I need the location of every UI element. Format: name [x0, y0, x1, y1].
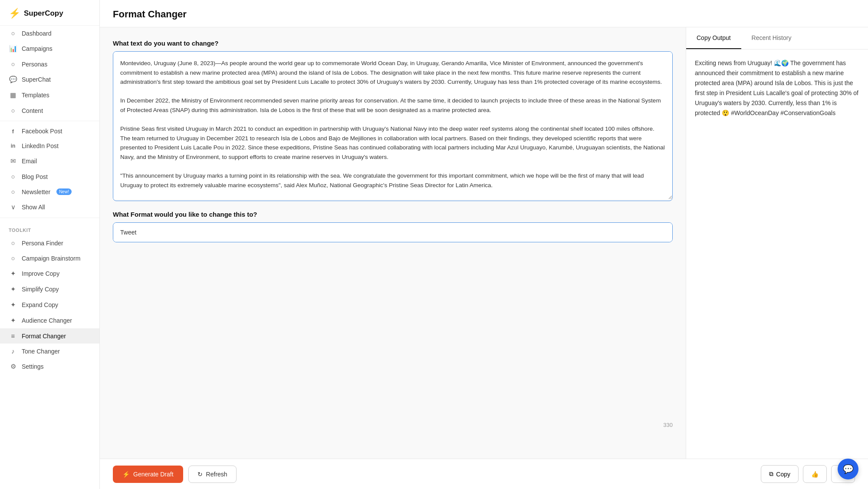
copy-button[interactable]: ⧉ Copy [761, 465, 799, 483]
sidebar-item-expand-copy[interactable]: ✦ Expand Copy [0, 297, 99, 313]
sidebar-item-dashboard[interactable]: ○ Dashboard [0, 26, 99, 41]
sidebar-item-superchat[interactable]: 💬 SuperChat [0, 72, 99, 87]
sidebar-item-tone-changer[interactable]: ♪ Tone Changer [0, 344, 99, 359]
sidebar-item-templates[interactable]: ▦ Templates [0, 87, 99, 103]
sidebar-item-label: Tone Changer [22, 348, 60, 355]
sidebar: ⚡ SuperCopy ○ Dashboard 📊 Campaigns ○ Pe… [0, 0, 100, 489]
campaigns-icon: 📊 [9, 45, 17, 53]
sidebar-item-newsletter[interactable]: ○ Newsletter New! [0, 184, 99, 199]
sidebar-item-label: Blog Post [22, 173, 48, 180]
app-name: SuperCopy [24, 9, 63, 18]
right-panel-content: Exciting news from Uruguay! 🌊🌍 The gover… [686, 50, 868, 459]
page-title: Format Changer [113, 9, 855, 20]
refresh-button[interactable]: ↻ Refresh [188, 466, 237, 483]
sidebar-item-improve-copy[interactable]: ✦ Improve Copy [0, 266, 99, 281]
tone-changer-icon: ♪ [9, 347, 17, 355]
sidebar-item-label: Audience Changer [22, 317, 72, 324]
thumbs-up-button[interactable]: 👍 [803, 465, 827, 483]
sidebar-item-campaign-brainstorm[interactable]: ○ Campaign Brainstorm [0, 251, 99, 266]
sidebar-item-linkedin-post[interactable]: in LinkedIn Post [0, 139, 99, 153]
sidebar-item-label: Personas [22, 61, 47, 68]
simplify-copy-icon: ✦ [9, 285, 17, 293]
bottom-bar: ⚡ Generate Draft ↻ Refresh ⧉ Copy 👍 👎 [100, 459, 868, 489]
chat-icon: 💬 [843, 464, 854, 474]
sidebar-item-format-changer[interactable]: ≡ Format Changer [0, 328, 99, 344]
chat-button[interactable]: 💬 [838, 459, 858, 479]
sidebar-item-audience-changer[interactable]: ✦ Audience Changer [0, 313, 99, 328]
sidebar-item-label: Expand Copy [22, 301, 58, 308]
email-icon: ✉ [9, 157, 17, 165]
refresh-icon: ↻ [197, 471, 203, 478]
format-input-wrapper [113, 222, 673, 242]
show-all-icon: ∨ [9, 203, 17, 211]
generate-draft-button[interactable]: ⚡ Generate Draft [113, 466, 183, 483]
superchat-icon: 💬 [9, 76, 17, 83]
improve-copy-icon: ✦ [9, 270, 17, 278]
input-section: What text do you want to change? Montevi… [113, 40, 673, 201]
format-label: What Format would you like to change thi… [113, 211, 673, 218]
format-section: What Format would you like to change thi… [113, 211, 673, 242]
sidebar-item-label: Format Changer [22, 333, 66, 340]
blog-icon: ○ [9, 173, 17, 180]
format-input[interactable] [113, 223, 672, 242]
generate-label: Generate Draft [133, 471, 174, 478]
generate-icon: ⚡ [122, 471, 130, 478]
sidebar-item-label: Dashboard [22, 30, 52, 37]
sidebar-item-persona-finder[interactable]: ○ Persona Finder [0, 235, 99, 251]
sidebar-item-label: Content [22, 107, 43, 114]
sidebar-item-personas[interactable]: ○ Personas [0, 56, 99, 72]
sidebar-item-label: LinkedIn Post [22, 142, 59, 149]
sidebar-item-email[interactable]: ✉ Email [0, 153, 99, 169]
sidebar-item-simplify-copy[interactable]: ✦ Simplify Copy [0, 281, 99, 297]
main-content: What text do you want to change? Montevi… [100, 27, 868, 459]
audience-changer-icon: ✦ [9, 317, 17, 324]
toolkit-label: Toolkit [0, 221, 99, 235]
app-logo: ⚡ SuperCopy [0, 0, 99, 26]
content-section: f Facebook Post in LinkedIn Post ✉ Email… [0, 124, 99, 215]
sidebar-item-label: Simplify Copy [22, 286, 59, 293]
input-label: What text do you want to change? [113, 40, 673, 47]
expand-copy-icon: ✦ [9, 301, 17, 309]
sidebar-item-label: Campaigns [22, 45, 53, 52]
nav-section: ○ Dashboard 📊 Campaigns ○ Personas 💬 Sup… [0, 26, 99, 118]
copy-label: Copy [776, 471, 790, 478]
main-text-input[interactable]: Montevideo, Uruguay (June 8, 2023)—As pe… [113, 52, 672, 199]
sidebar-divider-1 [0, 121, 99, 121]
persona-finder-icon: ○ [9, 239, 17, 247]
templates-icon: ▦ [9, 91, 17, 99]
linkedin-icon: in [9, 143, 17, 149]
tab-recent-history[interactable]: Recent History [741, 27, 802, 49]
tab-copy-output[interactable]: Copy Output [686, 27, 741, 49]
sidebar-item-label: Facebook Post [22, 128, 62, 135]
personas-icon: ○ [9, 60, 17, 68]
sidebar-item-label: SuperChat [22, 76, 51, 83]
sidebar-item-settings[interactable]: ⚙ Settings [0, 359, 99, 374]
copy-icon: ⧉ [769, 470, 773, 478]
content-icon: ○ [9, 107, 17, 114]
toolkit-section: ○ Persona Finder ○ Campaign Brainstorm ✦… [0, 235, 99, 374]
sidebar-divider-2 [0, 218, 99, 218]
new-badge: New! [56, 188, 72, 195]
sidebar-item-campaigns[interactable]: 📊 Campaigns [0, 41, 99, 56]
facebook-icon: f [9, 128, 17, 135]
refresh-label: Refresh [206, 471, 227, 478]
sidebar-item-blog-post[interactable]: ○ Blog Post [0, 169, 99, 184]
sidebar-item-content[interactable]: ○ Content [0, 103, 99, 118]
text-area-wrapper: Montevideo, Uruguay (June 8, 2023)—As pe… [113, 51, 673, 201]
sidebar-item-show-all[interactable]: ∨ Show All [0, 199, 99, 215]
dashboard-icon: ○ [9, 30, 17, 37]
settings-icon: ⚙ [9, 363, 17, 370]
right-panel: Copy Output Recent History Exciting news… [686, 27, 868, 459]
sidebar-item-facebook-post[interactable]: f Facebook Post [0, 124, 99, 139]
campaign-brainstorm-icon: ○ [9, 254, 17, 262]
sidebar-item-label: Persona Finder [22, 240, 63, 247]
sidebar-item-label: Campaign Brainstorm [22, 255, 80, 262]
sidebar-item-label: Email [22, 158, 37, 165]
newsletter-icon: ○ [9, 188, 17, 195]
sidebar-item-label: Templates [22, 92, 49, 99]
format-changer-icon: ≡ [9, 332, 17, 340]
logo-icon: ⚡ [9, 8, 20, 19]
sidebar-item-label: Improve Copy [22, 270, 59, 277]
right-panel-tabs: Copy Output Recent History [686, 27, 868, 50]
center-panel: What text do you want to change? Montevi… [100, 27, 686, 459]
